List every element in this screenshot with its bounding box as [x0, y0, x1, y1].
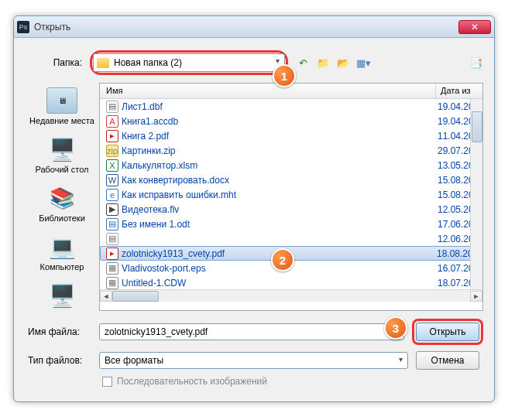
close-button[interactable]: ✕ [458, 20, 491, 34]
file-name: Без имени 1.odt [122, 219, 438, 230]
file-item[interactable]: ▤Лист1.dbf19.04.20 [100, 99, 482, 114]
horizontal-scrollbar[interactable]: ◄► [100, 289, 482, 302]
file-name: Картинки.zip [122, 145, 438, 156]
place-network[interactable]: 🖥️ [25, 282, 99, 311]
file-type-icon: ▤ [106, 101, 118, 113]
filetype-combo[interactable]: Все форматы [99, 352, 408, 369]
file-item[interactable]: ▸Книга 2.pdf11.04.20 [100, 128, 482, 143]
file-type-icon: ▦ [106, 262, 118, 275]
file-type-icon: W [106, 174, 118, 186]
col-name-header[interactable]: Имя [100, 84, 436, 98]
file-type-icon: X [106, 159, 118, 172]
open-button[interactable]: Открыть [416, 323, 479, 341]
app-icon: Ps [17, 21, 29, 33]
annotation-bubble-3: 3 [384, 316, 407, 340]
place-desktop[interactable]: 🖥️ Рабочий стол [25, 136, 99, 174]
file-type-icon: A [106, 115, 118, 128]
filename-label: Имя файла: [25, 326, 99, 337]
file-item[interactable]: AКнига1.accdb19.04.20 [100, 114, 482, 128]
back-icon[interactable]: ↶ [296, 56, 310, 70]
place-recent[interactable]: 🖥 Недавние места [25, 87, 99, 125]
titlebar: Ps Открыть ✕ [14, 16, 494, 38]
file-type-icon: ▸ [106, 248, 118, 260]
file-name: Видеотека.flv [122, 204, 438, 215]
file-name: Как конвертировать.docx [122, 175, 438, 186]
col-date-header[interactable]: Дата из [436, 84, 482, 98]
file-name: Как исправить ошибки.mht [122, 190, 438, 200]
annotation-bubble-2: 2 [271, 248, 294, 271]
file-type-icon: ▦ [106, 277, 118, 289]
open-dialog: Ps Открыть ✕ Папка: Новая папка (2) ↶ 📁 … [13, 15, 495, 402]
cancel-button[interactable]: Отмена [416, 351, 479, 370]
file-item[interactable]: XКалькулятор.xlsm13.05.20 [100, 158, 482, 172]
file-item[interactable]: WКак конвертировать.docx15.08.20 [100, 172, 482, 187]
file-type-icon: ▤ [106, 218, 118, 230]
desktop-icon: 🖥️ [46, 136, 77, 162]
file-type-icon: ▸ [106, 130, 118, 142]
folder-value: Новая папка (2) [114, 57, 182, 68]
file-item[interactable]: ▦Untitled-1.CDW18.07.20 [100, 275, 482, 289]
new-folder-icon[interactable]: 📂 [336, 56, 350, 70]
annotation-highlight-folder: Новая папка (2) [90, 50, 288, 75]
file-item[interactable]: zipКартинки.zip29.07.20 [100, 143, 482, 158]
annotation-bubble-1: 1 [273, 64, 296, 87]
libraries-icon: 📚 [46, 185, 77, 211]
annotation-highlight-open: Открыть [412, 319, 483, 345]
folder-combo[interactable]: Новая папка (2) [93, 53, 285, 72]
file-item[interactable]: ▤Без имени 1.odt17.06.20 [100, 217, 482, 231]
file-type-icon: ▤ [106, 233, 118, 245]
places-bar: 🖥 Недавние места 🖥️ Рабочий стол 📚 Библи… [25, 83, 99, 311]
file-name: Лист1.dbf [122, 101, 438, 112]
file-type-icon: e [106, 189, 118, 201]
sequence-checkbox[interactable] [102, 377, 112, 387]
file-item[interactable]: eКак исправить ошибки.mht15.08.20 [100, 187, 482, 202]
file-item[interactable]: ▤12.06.20 [100, 231, 482, 246]
filetype-label: Тип файлов: [25, 355, 99, 366]
window-title: Открыть [34, 22, 70, 32]
file-list: Имя Дата из ▤Лист1.dbf19.04.20AКнига1.ac… [99, 83, 483, 311]
settings-icon[interactable]: 📑 [469, 56, 483, 70]
network-icon: 🖥️ [46, 282, 77, 309]
up-one-level-icon[interactable]: 📁 [316, 56, 330, 70]
file-type-icon: zip [106, 145, 118, 157]
file-name: Калькулятор.xlsm [122, 160, 438, 171]
filename-input[interactable]: zolotnicky1913_cvety.pdf [99, 323, 404, 340]
folder-icon [97, 58, 109, 68]
file-name: Untitled-1.CDW [122, 278, 438, 289]
recent-icon: 🖥 [46, 87, 77, 114]
file-name: Книга1.accdb [122, 116, 438, 127]
place-libraries[interactable]: 📚 Библиотеки [25, 185, 99, 223]
views-icon[interactable]: ▦▾ [356, 56, 370, 70]
folder-label: Папка: [25, 57, 90, 68]
vertical-scrollbar[interactable] [470, 99, 482, 289]
sequence-label: Последовательность изображений [117, 376, 267, 387]
place-computer[interactable]: 💻 Компьютер [25, 234, 99, 271]
file-type-icon: ▶ [106, 203, 118, 216]
computer-icon: 💻 [46, 234, 77, 260]
file-name: Книга 2.pdf [122, 131, 438, 142]
file-item[interactable]: ▶Видеотека.flv12.05.20 [100, 202, 482, 217]
